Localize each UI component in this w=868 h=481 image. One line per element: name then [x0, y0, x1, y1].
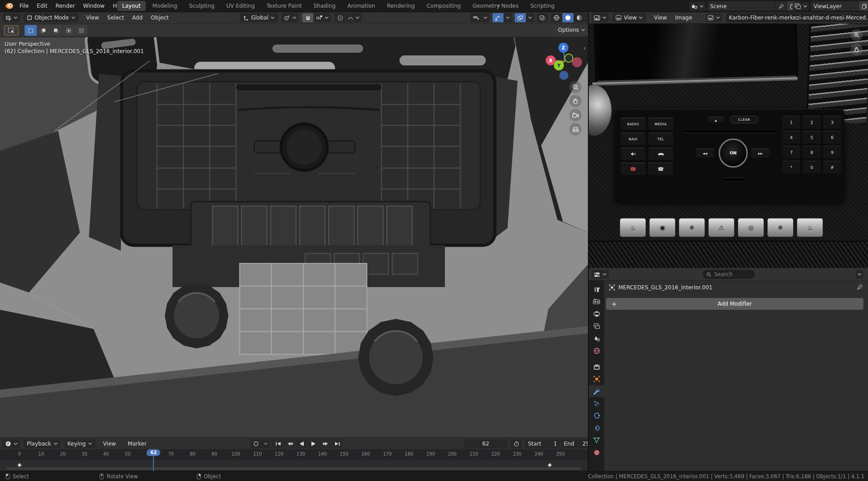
- camera-view-button[interactable]: [569, 109, 582, 121]
- workspace-tab[interactable]: UV Editing: [221, 1, 260, 11]
- xray-toggle[interactable]: [537, 13, 548, 22]
- snap-toggle[interactable]: [302, 13, 313, 22]
- shading-solid-button[interactable]: [562, 13, 573, 22]
- image-editor-type-button[interactable]: [592, 13, 609, 22]
- tab-tool[interactable]: [589, 283, 604, 295]
- keying-menu[interactable]: Keying: [64, 439, 95, 448]
- add-workspace-button[interactable]: +: [491, 1, 506, 11]
- gizmo-x-neg-axis[interactable]: [572, 57, 582, 67]
- play-reverse-button[interactable]: [296, 439, 307, 448]
- select-mode-subtract[interactable]: [50, 25, 62, 36]
- overlays-dropdown[interactable]: [526, 13, 534, 22]
- image-zoom-button[interactable]: [851, 29, 863, 41]
- timeline-ruler[interactable]: 0102030405060708090100110120130140150160…: [0, 449, 588, 460]
- tab-material[interactable]: [589, 446, 604, 458]
- jump-to-start-button[interactable]: [272, 439, 284, 448]
- zoom-view-button[interactable]: [569, 81, 582, 93]
- properties-editor-type-button[interactable]: [592, 270, 609, 279]
- play-button[interactable]: [308, 439, 319, 448]
- pin-id-icon[interactable]: [857, 284, 863, 290]
- viewlayer-field[interactable]: ViewLayer: [811, 1, 868, 11]
- tab-object-data[interactable]: [589, 434, 604, 446]
- properties-search-input[interactable]: Search: [703, 270, 755, 279]
- previous-keyframe-button[interactable]: [284, 439, 296, 448]
- pan-view-button[interactable]: [569, 95, 582, 107]
- snap-target-dropdown[interactable]: [314, 13, 331, 22]
- overlays-toggle[interactable]: [515, 13, 526, 22]
- workspace-tab[interactable]: Scripting: [525, 1, 559, 11]
- auto-keying-dropdown[interactable]: [262, 439, 270, 448]
- workspace-tab[interactable]: Sculpting: [184, 1, 219, 11]
- scene-field[interactable]: Scene: [707, 1, 798, 11]
- timeline-view-menu[interactable]: View: [99, 439, 120, 448]
- gizmos-dropdown[interactable]: [504, 13, 512, 22]
- menu-item[interactable]: Window: [79, 1, 108, 10]
- menu-item[interactable]: Image: [671, 13, 696, 22]
- shading-material-button[interactable]: [574, 13, 585, 22]
- pivot-point-dropdown[interactable]: [281, 13, 299, 22]
- tab-constraints[interactable]: [589, 422, 604, 434]
- timeline-editor-type-button[interactable]: [3, 439, 20, 448]
- viewlayer-copy-button[interactable]: [858, 1, 868, 11]
- options-dropdown[interactable]: Options: [555, 25, 588, 35]
- image-pan-button[interactable]: [851, 44, 863, 55]
- collapse-region-icon[interactable]: ‹: [583, 45, 586, 51]
- playback-menu[interactable]: Playback: [24, 439, 61, 448]
- select-mode-invert[interactable]: [63, 25, 75, 36]
- workspace-tab[interactable]: Modeling: [148, 1, 182, 11]
- menu-item[interactable]: Edit: [33, 1, 51, 10]
- gizmo-y-axis[interactable]: Y: [554, 60, 564, 70]
- gizmo-z-neg-axis[interactable]: [559, 71, 568, 80]
- proportional-editing-toggle[interactable]: [335, 13, 345, 22]
- visibility-toggle[interactable]: [470, 13, 481, 22]
- image-mode-dropdown[interactable]: View: [612, 13, 646, 22]
- tab-object[interactable]: [589, 373, 604, 385]
- workspace-tab[interactable]: Shading: [308, 1, 340, 11]
- perspective-toggle-button[interactable]: [569, 123, 582, 135]
- gizmos-toggle[interactable]: [493, 13, 503, 22]
- tab-output[interactable]: [589, 308, 604, 320]
- image-name-field[interactable]: Karbon-Fiber-renk-merkezi-anahtar-d-mesi…: [726, 13, 868, 22]
- workspace-tab[interactable]: Compositing: [422, 1, 466, 11]
- properties-options-dropdown[interactable]: [856, 270, 863, 279]
- scene-browse-button[interactable]: [689, 2, 705, 11]
- tab-physics[interactable]: [589, 410, 604, 421]
- active-tool-button[interactable]: [4, 25, 19, 36]
- select-mode-set[interactable]: [25, 25, 37, 36]
- workspace-tab[interactable]: Texture Paint: [261, 1, 306, 11]
- menu-item[interactable]: File: [15, 1, 33, 10]
- menu-item[interactable]: Object: [147, 13, 173, 22]
- tab-scene[interactable]: [589, 332, 604, 344]
- next-keyframe-button[interactable]: [320, 439, 331, 448]
- jump-to-end-button[interactable]: [331, 439, 343, 448]
- add-modifier-button[interactable]: + Add Modifier: [606, 298, 863, 310]
- workspace-tab[interactable]: Layout: [117, 1, 146, 11]
- gizmo-z-axis[interactable]: Z: [558, 43, 568, 53]
- frame-start-field[interactable]: Start 1: [525, 439, 560, 448]
- tab-view-layer[interactable]: [589, 320, 604, 332]
- editor-type-button[interactable]: [3, 13, 20, 22]
- tab-modifiers[interactable]: [589, 385, 604, 397]
- auto-keying-toggle[interactable]: [251, 439, 261, 448]
- tab-render[interactable]: [589, 296, 604, 307]
- transform-orientation-dropdown[interactable]: Global: [240, 13, 278, 22]
- shading-wireframe-button[interactable]: [551, 13, 562, 22]
- proportional-falloff-dropdown[interactable]: [346, 13, 361, 22]
- workspace-tab[interactable]: Animation: [342, 1, 380, 11]
- playhead-frame-badge[interactable]: 62: [147, 449, 161, 456]
- timeline-marker-menu[interactable]: Marker: [123, 439, 150, 448]
- workspace-tab[interactable]: Rendering: [382, 1, 419, 11]
- menu-item[interactable]: View: [82, 13, 103, 22]
- current-frame-field[interactable]: 62: [464, 439, 508, 448]
- blender-logo-icon[interactable]: [4, 1, 15, 10]
- breadcrumb-object-name[interactable]: MERCEDES_GLS_2016_interior.001: [618, 284, 712, 291]
- viewlayer-browse-button[interactable]: [793, 2, 809, 11]
- mode-dropdown[interactable]: Object Mode: [24, 13, 79, 22]
- select-mode-extend[interactable]: [37, 25, 49, 36]
- menu-item[interactable]: Render: [51, 1, 79, 10]
- image-browse-button[interactable]: [705, 13, 722, 22]
- visibility-dropdown[interactable]: [482, 13, 489, 22]
- select-mode-intersect[interactable]: [75, 25, 88, 36]
- menu-item[interactable]: Add: [128, 13, 147, 22]
- menu-item[interactable]: Select: [103, 13, 128, 22]
